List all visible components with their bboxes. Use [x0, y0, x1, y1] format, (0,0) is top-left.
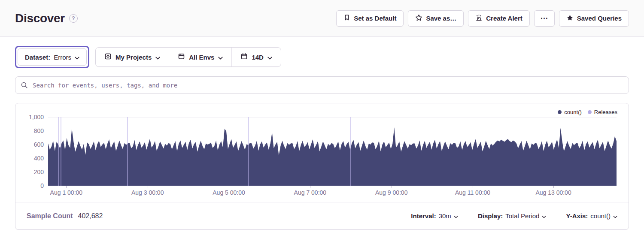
- y-axis-label: 200: [34, 169, 44, 175]
- header-actions: Set as Default Save as… Create Alert ⋯ S…: [336, 10, 629, 27]
- save-as-button[interactable]: Save as…: [408, 10, 464, 27]
- page-title: Discover: [15, 12, 65, 25]
- x-axis-tick: [229, 186, 229, 188]
- chevron-down-icon: [267, 54, 272, 61]
- x-axis: Aug 1 00:00Aug 3 00:00Aug 5 00:00Aug 7 0…: [15, 186, 629, 201]
- area-chart-svg: [48, 117, 617, 186]
- save-as-label: Save as…: [426, 15, 456, 22]
- release-line-marker[interactable]: [61, 117, 61, 186]
- saved-queries-label: Saved Queries: [577, 15, 622, 22]
- legend-releases-label: Releases: [594, 109, 617, 115]
- environments-filter-label: All Envs: [189, 54, 214, 61]
- window-icon: [178, 53, 185, 61]
- dataset-select-button[interactable]: Dataset: Errors: [18, 48, 87, 66]
- x-axis-label: Aug 1 00:00: [50, 189, 83, 196]
- display-label: Display:: [478, 212, 503, 220]
- set-as-default-button[interactable]: Set as Default: [336, 10, 404, 27]
- display-value: Total Period: [505, 212, 539, 220]
- count-series-area: [48, 127, 617, 186]
- y-axis-label: 800: [34, 128, 44, 134]
- x-axis-label: Aug 7 00:00: [294, 189, 327, 196]
- chart-body: 02004006008001,000: [15, 117, 629, 186]
- x-axis-tick: [310, 186, 310, 188]
- x-axis-label: Aug 13 00:00: [535, 189, 571, 196]
- y-axis: 02004006008001,000: [21, 117, 48, 186]
- footer-controls: Interval: 30m Display: Total Period: [411, 212, 617, 220]
- help-icon[interactable]: ?: [69, 14, 78, 23]
- sample-count: Sample Count 402,682: [27, 212, 103, 220]
- x-axis-tick: [392, 186, 392, 188]
- x-axis-tick: [66, 186, 67, 188]
- y-axis-label: 600: [34, 142, 44, 148]
- search-input[interactable]: [15, 76, 629, 94]
- projects-icon: [104, 53, 112, 61]
- release-line-marker[interactable]: [248, 117, 249, 186]
- chevron-down-icon: [613, 212, 617, 220]
- x-axis-label: Aug 3 00:00: [131, 189, 164, 196]
- set-as-default-label: Set as Default: [354, 15, 396, 22]
- more-options-button[interactable]: ⋯: [534, 10, 555, 27]
- create-alert-button[interactable]: Create Alert: [468, 10, 529, 27]
- ellipsis-icon: ⋯: [541, 14, 548, 23]
- x-axis-tick: [473, 186, 473, 188]
- count-series-dot: [558, 110, 562, 114]
- date-range-label: 14D: [252, 54, 264, 61]
- chevron-down-icon: [155, 54, 160, 61]
- environments-filter-button[interactable]: All Envs: [169, 48, 231, 66]
- bookmark-icon: [343, 14, 350, 22]
- saved-queries-button[interactable]: Saved Queries: [559, 10, 629, 27]
- x-axis-label: Aug 9 00:00: [375, 189, 408, 196]
- y-axis-label: 1,000: [29, 114, 44, 120]
- page-filter-group: My Projects All Envs 14D: [95, 47, 281, 67]
- chevron-down-icon: [454, 212, 458, 220]
- interval-dropdown[interactable]: Interval: 30m: [411, 212, 458, 220]
- filter-row: Dataset: Errors My Projects All Envs: [15, 46, 629, 68]
- yaxis-dropdown[interactable]: Y-Axis: count(): [566, 212, 617, 220]
- y-axis-label: 400: [34, 155, 44, 161]
- y-axis-label: 0: [40, 183, 44, 189]
- page-header: Discover ? Set as Default Save as… Creat…: [0, 0, 644, 37]
- yaxis-label: Y-Axis:: [566, 212, 588, 220]
- legend-count-label: count(): [564, 109, 581, 115]
- star-filled-icon: [566, 14, 574, 23]
- chart-footer: Sample Count 402,682 Interval: 30m Displ…: [15, 202, 629, 229]
- star-outline-icon: [415, 14, 422, 23]
- dataset-highlight-ring: Dataset: Errors: [15, 46, 89, 68]
- release-line-marker[interactable]: [127, 117, 128, 186]
- display-dropdown[interactable]: Display: Total Period: [478, 212, 547, 220]
- sample-count-label: Sample Count: [27, 212, 73, 220]
- plot-area[interactable]: [48, 117, 617, 186]
- chart-legend: count() Releases: [15, 103, 629, 117]
- x-axis-label: Aug 11 00:00: [455, 189, 490, 196]
- interval-label: Interval:: [411, 212, 436, 220]
- release-line-marker[interactable]: [58, 117, 59, 186]
- dataset-label: Dataset:: [25, 54, 50, 61]
- chevron-down-icon: [542, 212, 546, 220]
- chevron-down-icon: [218, 54, 223, 61]
- x-axis-tick: [148, 186, 148, 188]
- interval-value: 30m: [439, 212, 451, 220]
- x-axis-track: Aug 1 00:00Aug 3 00:00Aug 5 00:00Aug 7 0…: [48, 186, 617, 201]
- dataset-value: Errors: [54, 54, 71, 61]
- chart-card: count() Releases 02004006008001,000 Aug …: [15, 103, 629, 230]
- legend-item-releases[interactable]: Releases: [588, 109, 617, 115]
- projects-filter-button[interactable]: My Projects: [96, 48, 169, 66]
- chevron-down-icon: [75, 54, 79, 61]
- projects-filter-label: My Projects: [115, 54, 152, 61]
- siren-icon: [475, 14, 483, 23]
- yaxis-value: count(): [590, 212, 611, 220]
- x-axis-label: Aug 5 00:00: [213, 189, 245, 196]
- date-range-button[interactable]: 14D: [232, 48, 281, 66]
- create-alert-label: Create Alert: [486, 15, 522, 22]
- releases-dot: [588, 110, 592, 114]
- sample-count-value: 402,682: [78, 212, 103, 220]
- x-axis-tick: [553, 186, 554, 188]
- calendar-icon: [240, 53, 248, 61]
- release-line-marker[interactable]: [350, 117, 351, 186]
- legend-item-count[interactable]: count(): [558, 109, 581, 115]
- search-bar: [15, 76, 629, 94]
